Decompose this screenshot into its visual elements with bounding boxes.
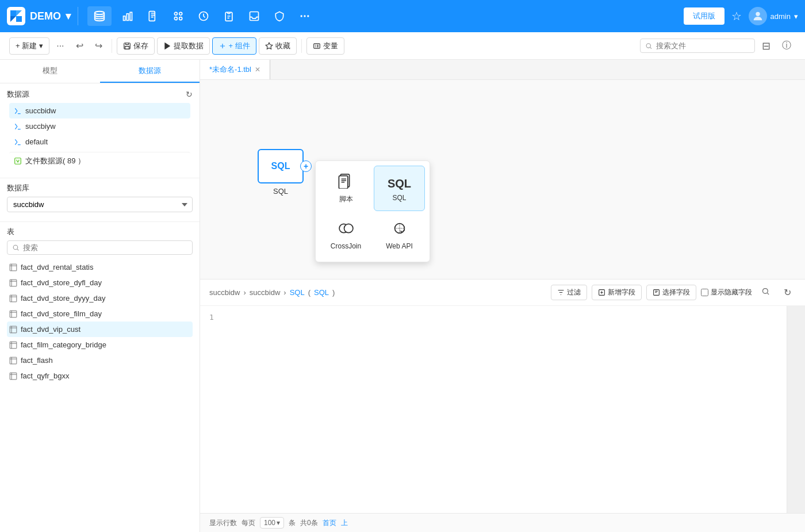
table-item-7[interactable]: fact_qyfr_bgxx — [7, 368, 193, 384]
right-area: *未命名-1.tbl ✕ SQL + SQL — [200, 60, 805, 532]
breadcrumb-part-2: succbidw — [250, 288, 280, 297]
redo-button[interactable]: ↪ — [90, 37, 107, 54]
table-item-4[interactable]: fact_dvd_vip_cust — [7, 322, 193, 337]
breadcrumb-part-3: SQL — [290, 288, 305, 297]
table-item-5[interactable]: fact_film_category_bridge — [7, 337, 193, 353]
sql-node-box[interactable]: SQL + — [258, 149, 304, 183]
menu-item-sql[interactable]: SQL SQL — [374, 166, 425, 211]
top-nav-bar: DEMO ▾ 试用版 ☆ — [0, 0, 805, 32]
excel-icon — [14, 157, 22, 165]
canvas-tab-untitled[interactable]: *未命名-1.tbl ✕ — [200, 60, 270, 79]
table-search-input[interactable] — [23, 243, 187, 252]
svg-rect-28 — [10, 342, 17, 349]
user-name: admin — [770, 12, 791, 21]
datasource-item-default[interactable]: default — [9, 134, 190, 150]
nav-more-icon[interactable] — [293, 7, 316, 25]
datasource-list: succbidw succbiyw default 文件数据源( 89 ） — [7, 103, 193, 170]
bottom-footer: 显示行数 每页 100 ▾ 条 共0条 首页 上 — [200, 513, 805, 532]
extract-data-button[interactable]: 提取数据 — [157, 37, 210, 55]
table-search-box[interactable] — [7, 240, 193, 255]
variable-icon — [313, 42, 321, 50]
bottom-search-icon[interactable] — [757, 284, 775, 301]
more-options-button[interactable]: ··· — [52, 38, 68, 54]
datasource-section: 数据源 ↻ succbidw succbiyw default — [0, 83, 200, 173]
undo-button[interactable]: ↩ — [71, 37, 88, 54]
file-search-input[interactable] — [656, 41, 750, 50]
file-search-box[interactable] — [640, 39, 755, 53]
per-page-dropdown-icon: ▾ — [277, 519, 280, 527]
table-item-6[interactable]: fact_flash — [7, 353, 193, 368]
breadcrumb-part-1: succbidw — [209, 288, 240, 297]
datasource-header: 数据源 ↻ — [7, 89, 193, 99]
layout-button[interactable]: ⊟ — [757, 37, 775, 55]
nav-clipboard-icon[interactable] — [217, 7, 240, 25]
nav-shield-icon[interactable] — [268, 7, 291, 25]
tab-close-icon[interactable]: ✕ — [255, 66, 260, 74]
sidebar-tab-datasource[interactable]: 数据源 — [100, 60, 200, 83]
svg-point-5 — [174, 12, 177, 15]
nav-chart-icon[interactable] — [116, 7, 139, 25]
sidebar-tab-model[interactable]: 模型 — [0, 60, 100, 83]
bottom-content: 1 — [200, 306, 805, 513]
datasource-refresh-icon[interactable]: ↻ — [186, 90, 193, 99]
table-icon — [9, 372, 17, 380]
bottom-refresh-icon[interactable]: ↻ — [779, 284, 796, 301]
logo-area[interactable]: DEMO ▾ — [7, 7, 78, 25]
prev-page-link[interactable]: 上 — [341, 518, 348, 528]
datasource-item-succbidw[interactable]: succbidw — [9, 103, 190, 118]
sidebar-divider-1 — [0, 178, 200, 178]
menu-item-crossjoin[interactable]: CrossJoin — [320, 213, 371, 257]
app-title: DEMO — [30, 10, 61, 22]
collect-button[interactable]: 收藏 — [259, 37, 297, 55]
nav-file-icon[interactable] — [141, 7, 164, 25]
sidebar-divider-2 — [0, 221, 200, 222]
menu-item-webapi[interactable]: Web API — [374, 213, 425, 257]
table-icon — [9, 263, 17, 271]
nav-apps-icon[interactable] — [167, 7, 190, 25]
add-field-icon — [598, 289, 605, 296]
table-item-1[interactable]: fact_dvd_store_dyfl_day — [7, 275, 193, 290]
datasource-item-succbiyw[interactable]: succbiyw — [9, 118, 190, 134]
nav-inbox-icon[interactable] — [243, 7, 266, 25]
show-hidden-label[interactable]: 显示隐藏字段 — [701, 288, 752, 297]
filter-icon — [557, 289, 565, 296]
select-field-button[interactable]: 选择字段 — [646, 285, 696, 300]
menu-item-script[interactable]: 脚本 — [320, 166, 371, 211]
new-button[interactable]: + 新建 ▾ — [9, 37, 49, 55]
filter-button[interactable]: 过滤 — [551, 285, 587, 300]
table-item-0[interactable]: fact_dvd_rental_statis — [7, 259, 193, 275]
webapi-icon — [392, 220, 408, 240]
line-number-1: 1 — [209, 313, 214, 322]
add-field-button[interactable]: 新增字段 — [592, 285, 642, 300]
variable-button[interactable]: 变量 — [306, 37, 344, 55]
sql-editor[interactable]: 1 — [200, 306, 787, 513]
select-field-icon — [653, 289, 660, 296]
per-page-select[interactable]: 100 ▾ — [260, 517, 284, 529]
table-list: fact_dvd_rental_statis fact_dvd_store_dy… — [7, 259, 193, 532]
datasource-icon-3 — [14, 138, 22, 146]
sql-node-add-button[interactable]: + — [300, 160, 312, 172]
trial-button[interactable]: 试用版 — [684, 7, 724, 25]
user-area[interactable]: admin ▾ — [749, 7, 798, 25]
svg-rect-26 — [10, 311, 17, 317]
per-page-unit: 条 — [289, 518, 296, 528]
canvas[interactable]: SQL + SQL — [200, 80, 805, 279]
first-page-link[interactable]: 首页 — [323, 518, 336, 528]
sql-node[interactable]: SQL + SQL — [258, 149, 304, 196]
toolbar-separator-2 — [301, 39, 302, 53]
nav-clock-icon[interactable] — [192, 7, 215, 25]
svg-point-7 — [174, 17, 177, 20]
info-button[interactable]: ⓘ — [777, 37, 796, 55]
database-nav-icon[interactable] — [87, 6, 112, 26]
database-select[interactable]: succbidw succbiyw default — [7, 197, 193, 212]
favorite-icon[interactable]: ☆ — [731, 9, 742, 23]
svg-point-0 — [95, 12, 105, 15]
save-button[interactable]: 保存 — [117, 37, 155, 55]
component-button[interactable]: + 组件 — [212, 37, 256, 55]
table-item-3[interactable]: fact_dvd_store_film_day — [7, 306, 193, 322]
svg-rect-2 — [126, 14, 128, 21]
file-datasource-item[interactable]: 文件数据源( 89 ） — [9, 152, 190, 170]
breadcrumb-open-paren: ( — [308, 288, 310, 297]
show-hidden-checkbox[interactable] — [701, 289, 708, 296]
table-item-2[interactable]: fact_dvd_store_dyyy_day — [7, 290, 193, 306]
